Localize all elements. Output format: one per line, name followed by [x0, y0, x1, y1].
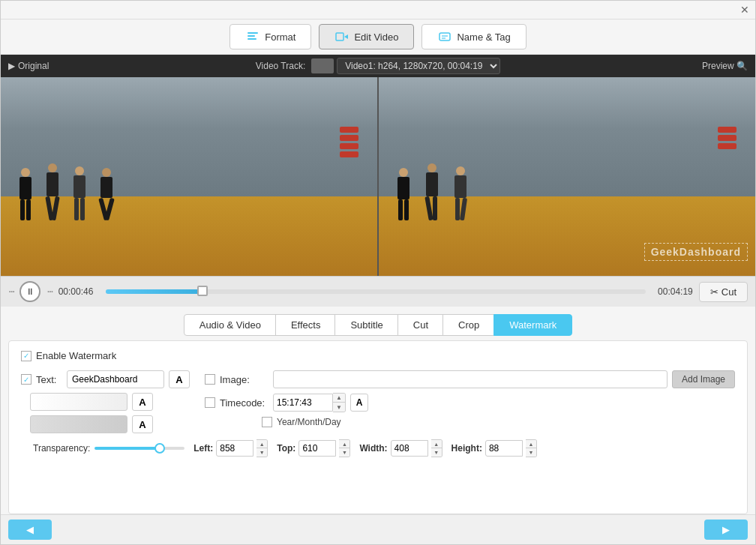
time-start: 00:00:46 [58, 286, 100, 297]
height-coord-arrows: ▲ ▼ [526, 439, 537, 457]
color-input-2[interactable] [30, 415, 128, 433]
name-tag-tab-label: Name & Tag [457, 31, 510, 43]
left-coord-down[interactable]: ▼ [256, 448, 267, 457]
figures-left [20, 163, 112, 220]
transparency-row: Transparency: [33, 443, 184, 454]
watermark-overlay: GeekDashboard [644, 243, 748, 261]
text-label: Text: [36, 374, 62, 385]
enable-watermark-label: Enable Watermark [36, 350, 116, 361]
text-checkbox[interactable] [21, 374, 32, 385]
left-fields: Text: A A A [21, 370, 190, 433]
timecode-arrows: ▲ ▼ [333, 393, 346, 412]
watermark-tab[interactable]: Watermark [494, 314, 572, 336]
text-font-button[interactable]: A [169, 370, 190, 388]
format-tab-label: Format [265, 31, 296, 43]
transparency-slider[interactable] [94, 447, 184, 450]
width-coord-down[interactable]: ▼ [431, 448, 442, 457]
right-fields: Image: Add Image Timecode: ▲ ▼ A [205, 370, 735, 427]
video-track-select[interactable]: Video1: h264, 1280x720, 00:04:19 [337, 58, 500, 74]
timeline-fill [106, 289, 203, 294]
crop-tab[interactable]: Crop [442, 314, 495, 336]
image-field-row: Image: Add Image [205, 370, 735, 388]
image-input[interactable] [273, 370, 668, 388]
left-coord-input[interactable] [216, 440, 254, 457]
title-bar: ✕ [1, 1, 755, 19]
edit-video-icon [334, 29, 350, 44]
close-button[interactable]: ✕ [739, 4, 751, 16]
name-tag-tab[interactable]: Name & Tag [422, 24, 526, 49]
timeline-track[interactable] [106, 289, 646, 294]
color1-font-button[interactable]: A [132, 393, 153, 411]
year-month-checkbox[interactable] [262, 417, 272, 427]
edit-video-tab[interactable]: Edit Video [319, 24, 414, 49]
next-button[interactable]: ▶ [704, 520, 748, 540]
add-image-button[interactable]: Add Image [672, 370, 735, 388]
width-coord-label: Width: [359, 443, 387, 454]
edit-video-tab-label: Edit Video [354, 31, 398, 43]
year-month-row: Year/Month/Day [262, 417, 735, 427]
top-coord: Top: ▲ ▼ [277, 439, 350, 457]
transparency-label: Transparency: [33, 443, 90, 454]
cut-button[interactable]: ✂ Cut [699, 282, 748, 302]
timecode-up[interactable]: ▲ [333, 394, 345, 403]
timeline-handle[interactable] [197, 286, 208, 296]
left-coord-up[interactable]: ▲ [256, 440, 267, 448]
width-coord-up[interactable]: ▲ [431, 440, 442, 448]
fields-row: Text: A A A [21, 370, 735, 433]
image-checkbox[interactable] [205, 374, 215, 385]
top-coord-down[interactable]: ▼ [339, 448, 350, 457]
width-coord: Width: ▲ ▼ [359, 439, 442, 457]
cut-tab[interactable]: Cut [398, 314, 444, 336]
video-frames: GeekDashboard [1, 77, 755, 276]
back-button[interactable]: ◀ [8, 520, 52, 540]
color-row-2: A [21, 415, 190, 433]
svg-rect-3 [336, 33, 344, 40]
color2-font-button[interactable]: A [132, 415, 153, 433]
back-icon: ◀ [26, 524, 34, 535]
equipment-left [340, 127, 358, 157]
play-triangle-icon: ▶ [8, 61, 15, 71]
timeline-dots-right: ··· [46, 285, 52, 298]
left-coord-label: Left: [194, 443, 213, 454]
preview-label: Preview 🔍 [702, 61, 748, 71]
original-label: ▶ Original [8, 61, 49, 71]
next-icon: ▶ [722, 524, 730, 535]
width-coord-input[interactable] [391, 440, 428, 457]
subtitle-tab[interactable]: Subtitle [334, 314, 398, 336]
video-frame-left [1, 77, 379, 276]
format-tab[interactable]: Format [230, 24, 311, 49]
figures-right [398, 163, 466, 220]
svg-rect-2 [248, 38, 256, 40]
timecode-checkbox[interactable] [205, 397, 215, 408]
timeline-area: ··· ⏸ ··· 00:00:46 00:04:19 ✂ Cut [1, 276, 755, 307]
top-coord-up[interactable]: ▲ [339, 440, 350, 448]
timecode-field-row: Timecode: ▲ ▼ A [205, 393, 735, 412]
video-area: ▶ Original Video Track: Video1: h264, 12… [1, 55, 755, 276]
timecode-font-button[interactable]: A [350, 394, 368, 412]
color-input-1[interactable] [30, 393, 128, 411]
timecode-down[interactable]: ▼ [333, 403, 345, 412]
pause-button[interactable]: ⏸ [20, 281, 40, 302]
edit-tabs: Audio & Video Effects Subtitle Cut Crop … [1, 307, 755, 340]
audio-video-tab[interactable]: Audio & Video [184, 314, 277, 336]
left-coord-arrows: ▲ ▼ [256, 439, 268, 457]
top-coord-input[interactable] [298, 440, 336, 457]
time-end: 00:04:19 [652, 286, 693, 297]
height-coord-input[interactable] [485, 440, 523, 457]
effects-tab[interactable]: Effects [275, 314, 337, 336]
video-frame-right: GeekDashboard [379, 77, 755, 276]
bottom-controls: Transparency: Left: ▲ ▼ Top: ▲ ▼ [21, 433, 735, 463]
enable-watermark-checkbox[interactable] [21, 351, 32, 361]
text-field-row: Text: A [21, 370, 190, 388]
height-coord-down[interactable]: ▼ [526, 448, 536, 457]
text-input[interactable] [67, 370, 164, 388]
image-label: Image: [220, 374, 268, 385]
slider-thumb [154, 443, 165, 454]
equipment-right [718, 127, 736, 149]
height-coord-up[interactable]: ▲ [526, 440, 536, 448]
scissors-icon: ✂ [710, 286, 718, 298]
height-coord: Height: ▲ ▼ [452, 439, 537, 457]
video-track-label: Video Track: [256, 61, 305, 71]
timecode-input[interactable] [273, 394, 333, 412]
bottom-action-bar: ◀ ▶ [1, 514, 755, 544]
